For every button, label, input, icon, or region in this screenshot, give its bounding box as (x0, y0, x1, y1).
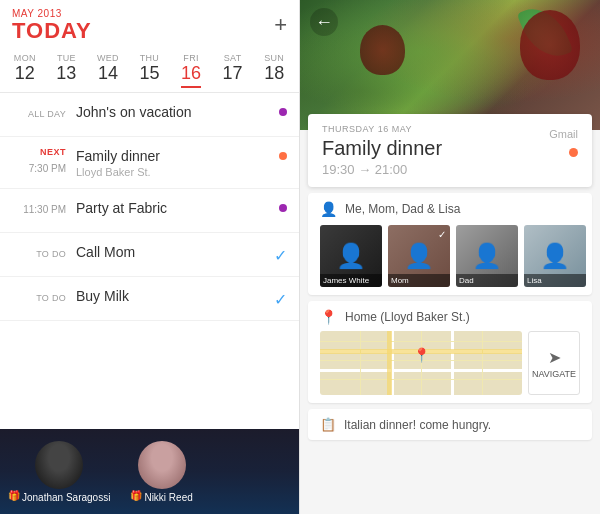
check-icon-buymilk: ✓ (274, 290, 287, 309)
event-content-dinner: Family dinner Lloyd Baker St. (76, 147, 271, 178)
event-dinner[interactable]: NEXT 7:30 PM Family dinner Lloyd Baker S… (0, 137, 299, 189)
attendees-text: Me, Mom, Dad & Lisa (345, 202, 460, 216)
contact-name-nikki: Nikki Reed (144, 492, 192, 503)
detail-source: Gmail (549, 128, 578, 140)
todo-label-buymilk: TO DO (36, 293, 66, 303)
day-name-fri: FRI (183, 53, 198, 63)
event-callmom[interactable]: TO DO Call Mom ✓ (0, 233, 299, 277)
day-mon[interactable]: MON 12 (7, 53, 43, 88)
event-buymilk[interactable]: TO DO Buy Milk ✓ (0, 277, 299, 321)
event-dot-party (279, 204, 287, 212)
day-name-sat: SAT (224, 53, 242, 63)
event-dot-dinner (279, 152, 287, 160)
day-sun[interactable]: SUN 18 (256, 53, 292, 88)
events-list: ALL DAY John's on vacation NEXT 7:30 PM … (0, 93, 299, 429)
day-num-fri: 16 (181, 63, 201, 88)
notes-section: 📋 Italian dinner! come hungry. (308, 409, 592, 440)
event-allday[interactable]: ALL DAY John's on vacation (0, 93, 299, 137)
event-time-dinner: NEXT 7:30 PM (12, 147, 76, 177)
detail-dot (569, 148, 578, 157)
contact-nikki[interactable]: 🎁 Nikki Reed (130, 441, 192, 503)
event-time-1130: 11:30 PM (23, 204, 66, 215)
map-grid-v1 (360, 331, 361, 395)
location-section: 📍 Home (Lloyd Baker St.) 📍 (308, 301, 592, 403)
check-icon-mom: ✓ (438, 229, 446, 240)
right-panel: ← THURSDAY 16 MAY Family dinner 19:30 → … (300, 0, 600, 514)
location-row: 📍 Home (Lloyd Baker St.) (320, 309, 580, 325)
all-day-label: ALL DAY (28, 109, 66, 119)
event-dot-allday (279, 108, 287, 116)
header: MAY 2013 TODAY + (0, 0, 299, 47)
avatar-jonathan (35, 441, 83, 489)
map-container: 📍 ➤ NAVIGATE (320, 331, 580, 395)
attendee-name-dad: Dad (456, 274, 518, 287)
day-thu[interactable]: THU 15 (131, 53, 167, 88)
detail-card: THURSDAY 16 MAY Family dinner 19:30 → 21… (308, 114, 592, 187)
contacts-strip: 🎁 Jonathan Saragossi 🎁 Nikki Reed (0, 429, 299, 514)
day-name-sun: SUN (264, 53, 284, 63)
add-button[interactable]: + (274, 12, 287, 38)
hero-image: ← (300, 0, 600, 130)
detail-time: 19:30 → 21:00 (322, 162, 578, 177)
day-tue[interactable]: TUE 13 (48, 53, 84, 88)
navigate-button[interactable]: ➤ NAVIGATE (528, 331, 580, 395)
event-time-allday: ALL DAY (12, 103, 76, 121)
day-name-thu: THU (140, 53, 159, 63)
day-fri-today[interactable]: FRI 16 (173, 53, 209, 88)
detail-date: THURSDAY 16 MAY (322, 124, 578, 134)
detail-title: Family dinner (322, 136, 578, 160)
event-time-party: 11:30 PM (12, 199, 76, 217)
check-icon-callmom: ✓ (274, 246, 287, 265)
event-party[interactable]: 11:30 PM Party at Fabric (0, 189, 299, 233)
contact-gift-jonathan: 🎁 Jonathan Saragossi (8, 489, 110, 503)
attendee-photo-mom[interactable]: 👤 Mom ✓ (388, 225, 450, 287)
event-content-party: Party at Fabric (76, 199, 271, 217)
day-num-sun: 18 (264, 63, 284, 85)
event-content-allday: John's on vacation (76, 103, 271, 121)
location-text: Home (Lloyd Baker St.) (345, 310, 470, 324)
notes-text: Italian dinner! come hungry. (344, 418, 491, 432)
event-content-callmom: Call Mom (76, 243, 266, 261)
event-title-allday: John's on vacation (76, 103, 271, 121)
attendees-row: 👤 Me, Mom, Dad & Lisa (320, 201, 580, 217)
event-title-callmom: Call Mom (76, 243, 266, 261)
today-label: TODAY (12, 19, 92, 43)
event-title-buymilk: Buy Milk (76, 287, 266, 305)
fig-decoration (520, 10, 580, 80)
notes-icon: 📋 (320, 417, 336, 432)
attendee-name-mom: Mom (388, 274, 450, 287)
location-icon: 📍 (320, 309, 337, 325)
map-yellow-v (387, 331, 392, 395)
day-name-mon: MON (14, 53, 36, 63)
attendee-photo-james[interactable]: 👤 James White (320, 225, 382, 287)
day-num-wed: 14 (98, 63, 118, 85)
next-label: NEXT (12, 147, 66, 159)
contact-jonathan[interactable]: 🎁 Jonathan Saragossi (8, 441, 110, 503)
day-sat[interactable]: SAT 17 (215, 53, 251, 88)
day-num-sat: 17 (223, 63, 243, 85)
attendee-name-lisa: Lisa (524, 274, 586, 287)
todo-label-callmom: TO DO (36, 249, 66, 259)
map-pin: 📍 (413, 347, 430, 363)
event-time-callmom: TO DO (12, 243, 76, 261)
navigate-label: NAVIGATE (532, 369, 576, 379)
event-title-party: Party at Fabric (76, 199, 271, 217)
event-subtitle-dinner: Lloyd Baker St. (76, 166, 271, 178)
attendee-name-james: James White (320, 274, 382, 287)
left-panel: MAY 2013 TODAY + MON 12 TUE 13 WED 14 TH… (0, 0, 300, 514)
attendees-icon: 👤 (320, 201, 337, 217)
map-visual: 📍 (320, 331, 522, 395)
day-name-tue: TUE (57, 53, 76, 63)
contact-gift-nikki: 🎁 Nikki Reed (130, 489, 192, 503)
event-title-dinner: Family dinner (76, 147, 271, 165)
back-button[interactable]: ← (310, 8, 338, 36)
fig2-decoration (360, 25, 405, 75)
event-content-buymilk: Buy Milk (76, 287, 266, 305)
map-grid-v3 (482, 331, 483, 395)
attendee-photo-lisa[interactable]: 👤 Lisa (524, 225, 586, 287)
day-wed[interactable]: WED 14 (90, 53, 126, 88)
attendee-photo-dad[interactable]: 👤 Dad (456, 225, 518, 287)
week-row: MON 12 TUE 13 WED 14 THU 15 FRI 16 SAT 1… (0, 47, 299, 93)
day-name-wed: WED (97, 53, 119, 63)
day-num-thu: 15 (139, 63, 159, 85)
